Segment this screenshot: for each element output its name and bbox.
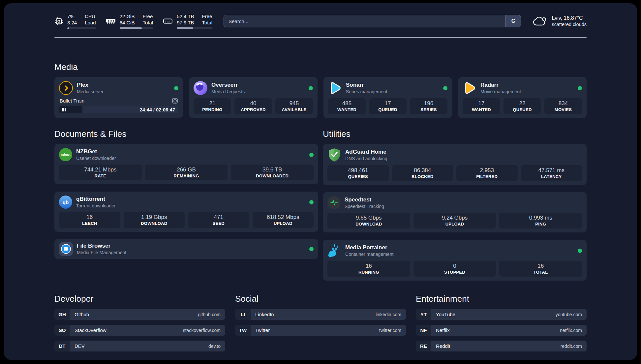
disk-progress-fill — [177, 27, 193, 29]
link-abbr: SO — [54, 325, 70, 336]
section-title-developer: Developer — [54, 294, 225, 304]
app-name: Speedtest — [345, 196, 384, 203]
weather-widget: Lviv, 16.87°C scattered clouds — [532, 15, 587, 28]
cpu-icon — [54, 17, 63, 26]
link-name: Github — [75, 312, 89, 317]
overseerr-icon — [194, 81, 207, 95]
stat-queued: 17 QUEUED — [369, 98, 407, 114]
link-url: dev.to — [208, 344, 221, 349]
app-description: Speedtest Tracking — [345, 203, 384, 209]
stat-rate: 744.21 Mbps RATE — [59, 165, 142, 180]
stat-blocked: 86,384 BLOCKED — [392, 165, 453, 181]
entertainment-column: Entertainment YT YouTube youtube.com NF … — [416, 294, 587, 351]
memory-progress-fill — [120, 27, 142, 29]
app-description: Container management — [345, 251, 393, 257]
status-dot — [309, 200, 314, 204]
session-icon[interactable] — [172, 98, 178, 104]
speedtest-card[interactable]: Speedtest Speedtest Tracking 9.65 Gbps D… — [323, 192, 587, 232]
search-input[interactable] — [224, 15, 505, 27]
qbittorrent-icon: qb — [59, 196, 72, 209]
overseerr-card[interactable]: Overseerr Media Requests 21 PENDING 40 A… — [189, 77, 318, 118]
memory-progress-bar — [120, 27, 153, 29]
stat-filtered: 2,953 FILTERED — [456, 165, 518, 181]
app-name: qBittorrent — [76, 196, 116, 203]
weather-condition: scattered clouds — [552, 21, 587, 28]
sonarr-icon — [328, 81, 342, 95]
stat-upload: 9.24 Gbps UPLOAD — [413, 213, 496, 228]
app-name: Plex — [77, 81, 104, 89]
app-name: Sonarr — [346, 81, 387, 89]
now-playing-row: Bullet Train — [59, 98, 178, 104]
link-dev[interactable]: DT DEV dev.to — [54, 341, 225, 351]
status-dot — [174, 86, 178, 90]
link-abbr: DT — [54, 341, 70, 351]
portainer-card[interactable]: Media Portainer Container management 16 … — [323, 240, 587, 281]
link-abbr: YT — [416, 309, 431, 320]
app-name: Radarr — [480, 81, 521, 89]
app-description: Media server — [77, 89, 104, 95]
top-bar: 7% CPU 3.24 Load — [54, 13, 587, 29]
stat-ping: 0.993 ms PING — [499, 213, 582, 228]
section-title-documents: Documents & Files — [54, 129, 318, 139]
adguard-card[interactable]: AdGuard Home DNS and adblocking 498,461 … — [323, 144, 587, 185]
memory-stat: 22 GiB Free 64 GiB Total — [106, 13, 153, 29]
link-name: Reddit — [436, 343, 450, 349]
memory-free-value: 22 GiB — [120, 13, 135, 19]
stat-queued: 22 QUEUED — [504, 98, 541, 114]
cpu-usage-value: 7% — [67, 13, 77, 19]
link-github[interactable]: GH Github github.com — [54, 309, 225, 320]
adguard-icon — [327, 148, 341, 162]
status-dot — [309, 247, 314, 251]
link-name: DEV — [75, 343, 85, 349]
cpu-load-value: 3.24 — [67, 19, 77, 26]
stat-seed: 471 SEED — [188, 212, 249, 228]
app-description: DNS and adblocking — [345, 156, 387, 162]
radarr-card[interactable]: Radarr Movie management 17 WANTED 22 QUE… — [458, 77, 587, 118]
link-stackoverflow[interactable]: SO StackOverflow stackoverflow.com — [54, 325, 225, 336]
pause-icon — [62, 108, 66, 111]
link-url: twitter.com — [379, 328, 401, 333]
portainer-icon — [327, 244, 341, 258]
qbittorrent-card[interactable]: qb qBittorrent Torrent downloader 16 — [54, 192, 318, 232]
stat-download: 1.19 Gbps DOWNLOAD — [124, 212, 185, 228]
cpu-progress-fill — [67, 27, 69, 29]
stat-downloaded: 39.6 TB DOWNLOADED — [231, 165, 314, 180]
app-description: Media File Management — [77, 250, 126, 256]
link-reddit[interactable]: RE Reddit reddit.com — [416, 341, 587, 351]
developer-column: Developer GH Github github.com SO StackO… — [54, 294, 225, 351]
app-name: Media Portainer — [345, 244, 393, 251]
stat-remaining: 266 GB REMAINING — [145, 165, 228, 180]
sonarr-card[interactable]: Sonarr Series management 485 WANTED 17 Q… — [323, 77, 452, 118]
link-abbr: RE — [416, 341, 431, 351]
disk-free-value: 52.4 TB — [177, 13, 194, 19]
stat-stopped: 0 STOPPED — [413, 261, 496, 277]
stat-leech: 16 LEECH — [59, 212, 120, 228]
link-name: LinkedIn — [255, 312, 274, 317]
link-name: YouTube — [436, 312, 455, 317]
ram-icon — [106, 18, 116, 24]
app-description: Movie management — [480, 89, 521, 95]
disk-total-value: 97.9 TB — [177, 19, 194, 26]
link-twitter[interactable]: TW Twitter twitter.com — [235, 325, 406, 336]
link-netflix[interactable]: NF Netflix netflix.com — [416, 325, 587, 336]
link-linkedin[interactable]: LI LinkedIn linkedin.com — [235, 309, 406, 320]
link-abbr: TW — [235, 325, 251, 336]
disk-total-label: Total — [202, 19, 212, 26]
nzbget-card[interactable]: nzbget NZBGet Usenet downloader 744.21 M… — [54, 144, 318, 184]
system-stats-widget: 7% CPU 3.24 Load — [54, 13, 212, 29]
search-bar: G — [224, 15, 521, 27]
link-youtube[interactable]: YT YouTube youtube.com — [416, 309, 587, 320]
filebrowser-card[interactable]: File Browser Media File Management — [54, 239, 318, 259]
link-name: Twitter — [255, 327, 270, 333]
link-abbr: NF — [416, 325, 431, 336]
disk-icon — [163, 17, 173, 25]
app-name: NZBGet — [76, 148, 116, 155]
disk-stat: 52.4 TB Free 97.9 TB Total — [163, 13, 212, 29]
stat-upload: 618.52 Mbps UPLOAD — [253, 212, 314, 228]
link-name: Netflix — [436, 327, 450, 333]
section-title-media: Media — [54, 62, 587, 72]
plex-card[interactable]: Plex Media server Bullet Train 24:44 / 0… — [54, 77, 183, 118]
dashboard: 7% CPU 3.24 Load — [4, 3, 637, 360]
cloud-icon — [532, 15, 547, 27]
search-engine-button[interactable]: G — [505, 15, 521, 27]
